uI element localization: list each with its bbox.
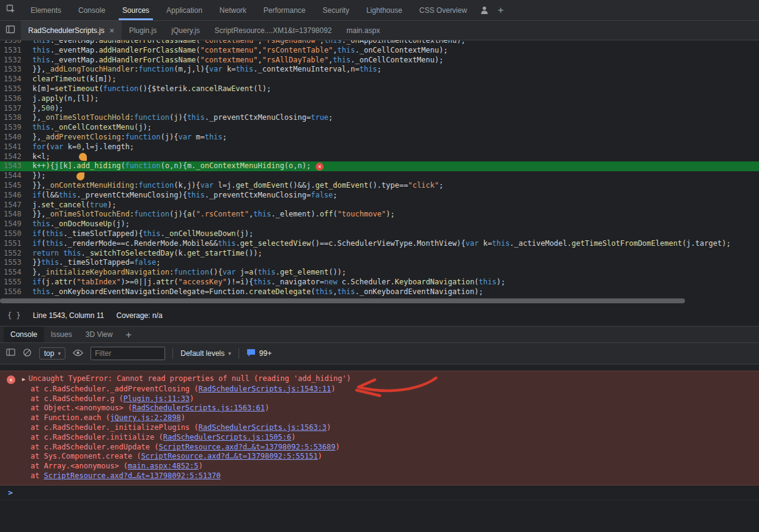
stack-link[interactable]: RadSchedulerScripts.js:1543:11: [199, 385, 331, 393]
line-number[interactable]: 1540: [0, 133, 27, 142]
line-number[interactable]: 1530: [0, 40, 27, 46]
filter-input[interactable]: [91, 347, 165, 360]
code-line-1548[interactable]: 1548}},_onTimeSlotTouchEnd:function(j){a…: [0, 210, 759, 220]
code-line-1554[interactable]: 1554},_initializeKeyboardNavigation:func…: [0, 268, 759, 278]
devtools-tab-css-overview[interactable]: CSS Overview: [411, 0, 476, 20]
stack-link[interactable]: jQuery.js:2:2898: [110, 413, 181, 422]
stack-link[interactable]: ScriptResource.axd?d…&t=13798092:5:51370: [44, 471, 221, 480]
devtools-tab-performance[interactable]: Performance: [255, 0, 314, 20]
line-number[interactable]: 1552: [0, 249, 27, 259]
code-line-1538[interactable]: 1538},_onTimeSlotTouchHold:function(j){t…: [0, 113, 759, 123]
disclosure-triangle-icon[interactable]: ▶: [22, 376, 25, 382]
code-line-1547[interactable]: 1547j.set_cancel(true);: [0, 201, 759, 210]
selection-handle-bottom[interactable]: [76, 172, 84, 180]
line-number[interactable]: 1547: [0, 201, 27, 210]
line-number[interactable]: 1554: [0, 268, 27, 278]
code-line-1553[interactable]: 1553}}this._timeSlotTapped=false;: [0, 258, 759, 268]
stack-link[interactable]: ScriptResource.axd?d…&t=13798092:5:53689: [159, 443, 336, 451]
line-number[interactable]: 1549: [0, 220, 27, 229]
code-line-1535[interactable]: 1535k[m]=setTimeout(function(){$telerik.…: [0, 84, 759, 94]
pretty-print-button[interactable]: { }: [7, 311, 21, 320]
stack-link[interactable]: RadSchedulerScripts.js:1563:61: [132, 404, 265, 412]
console-sidebar-button[interactable]: [6, 348, 15, 359]
devtools-tab-network[interactable]: Network: [211, 0, 255, 20]
add-panel-button[interactable]: +: [498, 5, 504, 15]
line-number[interactable]: 1553: [0, 258, 27, 268]
code-line-1551[interactable]: 1551if(this._renderMode==c.RenderMode.Mo…: [0, 239, 759, 249]
clear-console-button[interactable]: [23, 348, 32, 360]
devtools-tab-security[interactable]: Security: [314, 0, 358, 20]
context-selector[interactable]: top ▾: [39, 347, 65, 360]
code-line-1541[interactable]: 1541for(var k=0,l=j.length;: [0, 142, 759, 152]
code-line-1555[interactable]: 1555if(j.attr("tabIndex")>=0||j.attr("ac…: [0, 278, 759, 287]
drawer-tab-3d-view[interactable]: 3D View: [79, 327, 119, 342]
line-number[interactable]: 1536: [0, 94, 27, 104]
file-tab-main-aspx[interactable]: main.aspx: [339, 21, 388, 40]
stack-link[interactable]: Plugin.js:11:33: [124, 394, 190, 403]
inspect-element-button[interactable]: [0, 0, 22, 20]
line-number[interactable]: 1541: [0, 142, 27, 152]
devtools-tab-sources[interactable]: Sources: [114, 0, 158, 20]
line-number[interactable]: 1551: [0, 239, 27, 249]
code-line-1543[interactable]: 1543k++){j[k].add_hiding(function(o,n){m…: [0, 161, 759, 171]
file-tab-radschedulerscripts-js[interactable]: RadSchedulerScripts.js×: [21, 21, 122, 40]
code-line-1552[interactable]: 1552return this._switchToSelectedDay(k.g…: [0, 249, 759, 259]
issues-counter[interactable]: 99+: [246, 349, 272, 359]
live-expression-button[interactable]: [73, 348, 83, 359]
line-number[interactable]: 1548: [0, 210, 27, 220]
line-number[interactable]: 1543: [0, 161, 27, 171]
code-line-1532[interactable]: 1532this._eventMap.addHandlerForClassNam…: [0, 56, 759, 65]
line-number[interactable]: 1550: [0, 229, 27, 239]
stack-link[interactable]: main.aspx:4852:5: [128, 462, 199, 470]
line-number[interactable]: 1556: [0, 287, 27, 297]
line-number[interactable]: 1544: [0, 171, 27, 181]
line-number[interactable]: 1533: [0, 65, 27, 75]
code-line-1556[interactable]: 1556this._onKeyboardEventNavigationDeleg…: [0, 287, 759, 297]
log-levels-dropdown[interactable]: Default levels ▾: [180, 349, 231, 358]
devtools-tab-elements[interactable]: Elements: [22, 0, 70, 20]
line-number[interactable]: 1555: [0, 278, 27, 287]
line-number[interactable]: 1532: [0, 56, 27, 65]
file-tab-scriptresource-xm1-t-13798092[interactable]: ScriptResource....XM1&t=13798092: [207, 21, 339, 40]
code-line-1533[interactable]: 1533}},_addLongTouchHandler:function(m,j…: [0, 65, 759, 75]
code-line-1540[interactable]: 1540},_addPreventClosing:function(j){var…: [0, 133, 759, 142]
line-error-icon[interactable]: ✕: [316, 163, 324, 171]
code-line-1531[interactable]: 1531this._eventMap.addHandlerForClassNam…: [0, 46, 759, 56]
devtools-tab-lighthouse[interactable]: Lighthouse: [358, 0, 411, 20]
navigator-toggle-button[interactable]: [0, 21, 21, 40]
code-line-1549[interactable]: 1549this._onDocMouseUp(j);: [0, 220, 759, 229]
line-number[interactable]: 1539: [0, 123, 27, 133]
code-line-1546[interactable]: 1546if(l&&this._preventCtxMenuClosing){t…: [0, 191, 759, 201]
code-line-1542[interactable]: 1542k<l;: [0, 152, 759, 162]
line-number[interactable]: 1531: [0, 46, 27, 56]
drawer-tab-issues[interactable]: Issues: [44, 327, 79, 342]
add-drawer-tab-button[interactable]: +: [119, 327, 138, 342]
stack-link[interactable]: ScriptResource.axd?d…&t=13798092:5:55151: [141, 452, 318, 460]
stack-link[interactable]: RadSchedulerScripts.js:1505:6: [163, 433, 292, 441]
drawer-tab-console[interactable]: Console: [4, 327, 44, 342]
file-tab-plugin-js[interactable]: Plugin.js: [122, 21, 164, 40]
console-prompt[interactable]: >: [0, 486, 759, 500]
code-line-1550[interactable]: 1550if(this._timeSlotTapped){this._onCel…: [0, 229, 759, 239]
line-number[interactable]: 1537: [0, 104, 27, 114]
scrollbar-thumb[interactable]: [0, 298, 685, 303]
person-icon[interactable]: [481, 6, 488, 15]
devtools-tab-console[interactable]: Console: [70, 0, 114, 20]
code-line-1544[interactable]: 1544});: [0, 171, 759, 181]
line-number[interactable]: 1546: [0, 191, 27, 201]
line-number[interactable]: 1542: [0, 152, 27, 162]
code-line-1545[interactable]: 1545}},_onContextMenuHiding:function(k,j…: [0, 181, 759, 191]
code-line-1539[interactable]: 1539this._onCellContextMenu(j);: [0, 123, 759, 133]
file-tab-jquery-js[interactable]: jQuery.js: [164, 21, 207, 40]
stack-link[interactable]: RadSchedulerScripts.js:1563:3: [199, 423, 327, 432]
tab-close-icon[interactable]: ×: [109, 26, 114, 35]
code-line-1536[interactable]: 1536j.apply(n,[l]);: [0, 94, 759, 104]
line-number[interactable]: 1534: [0, 75, 27, 84]
code-line-1530[interactable]: 1530this._eventMap.addHandlerForClassNam…: [0, 40, 759, 46]
code-line-1537[interactable]: 1537},500);: [0, 104, 759, 114]
line-number[interactable]: 1535: [0, 84, 27, 94]
code-line-1534[interactable]: 1534clearTimeout(k[m]);: [0, 75, 759, 84]
selection-handle-top[interactable]: [79, 153, 87, 161]
horizontal-scrollbar[interactable]: [0, 297, 759, 305]
line-number[interactable]: 1545: [0, 181, 27, 191]
